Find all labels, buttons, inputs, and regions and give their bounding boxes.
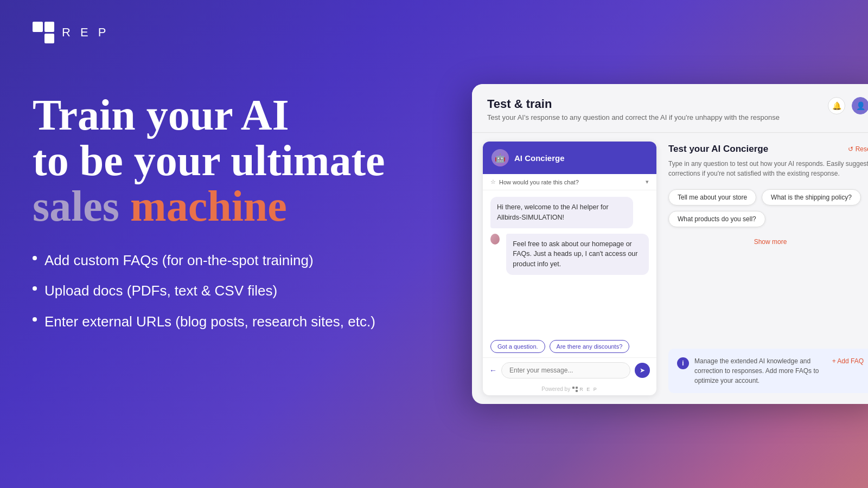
- chat-agent-name: AI Concierge: [514, 153, 565, 163]
- ai-test-section: Test your AI Concierge ↺ Reset Type in a…: [656, 133, 868, 404]
- panel-title: Test & train: [487, 97, 780, 111]
- notification-icon-btn[interactable]: 🔔: [828, 97, 845, 114]
- panel-subtitle: Test your AI's response to any question …: [487, 113, 780, 121]
- headline-machine: machine: [130, 182, 287, 230]
- show-more-link[interactable]: Show more: [668, 238, 868, 246]
- logo-text: R E P: [62, 25, 109, 40]
- chat-avatar: 🤖: [492, 149, 509, 166]
- user-avatar: [490, 234, 500, 245]
- panel-header: Test & train Test your AI's response to …: [472, 84, 868, 133]
- chat-message-2-row: Feel free to ask about our homepage or F…: [490, 234, 649, 275]
- chat-input[interactable]: [501, 362, 630, 378]
- rating-label: How would you rate this chat?: [499, 179, 579, 185]
- headline-line1: Train your AI: [33, 91, 289, 139]
- bullet-item-3: Enter external URLs (blog posts, researc…: [33, 312, 401, 331]
- quick-btn-1[interactable]: Got a question.: [490, 340, 545, 353]
- suggestion-chips: Tell me about your store What is the shi…: [668, 189, 868, 227]
- bullet-item-2: Upload docs (PDFs, text & CSV files): [33, 281, 401, 300]
- chip-products[interactable]: What products do you sell?: [668, 211, 765, 227]
- quick-btn-2[interactable]: Are there any discounts?: [550, 340, 630, 353]
- reset-button[interactable]: ↺ Reset: [848, 145, 868, 153]
- chat-section: 🤖 AI Concierge ☆ How would you rate this…: [483, 142, 656, 395]
- panel-icons: 🔔 👤: [828, 97, 868, 114]
- star-icon: ☆: [490, 178, 496, 185]
- reset-icon: ↺: [848, 145, 853, 153]
- send-button[interactable]: ➤: [635, 363, 650, 378]
- powered-by-footer: Powered by R E P: [483, 383, 656, 395]
- chat-messages: Hi there, welcome to the AI helper for A…: [483, 190, 656, 336]
- svg-rect-2: [576, 390, 578, 392]
- logo-area: R E P: [33, 22, 109, 43]
- bullet-dot-1: [33, 256, 37, 260]
- chevron-down-icon: ▾: [646, 178, 649, 185]
- svg-rect-1: [576, 387, 578, 389]
- logo-icon: [33, 22, 54, 43]
- avatar-image: 🤖: [492, 149, 509, 166]
- right-panel: Test & train Test your AI's response to …: [472, 84, 868, 404]
- chat-quick-buttons: Got a question. Are there any discounts?: [483, 336, 656, 357]
- ai-test-footer: i Manage the extended AI knowledge and c…: [668, 349, 868, 393]
- chat-message-1: Hi there, welcome to the AI helper for A…: [490, 197, 633, 228]
- headline-line2: to be your ultimate: [33, 137, 385, 184]
- back-arrow-icon[interactable]: ←: [489, 366, 497, 375]
- left-content: Train your AI to be your ultimate sales …: [33, 92, 401, 331]
- panel-header-text: Test & train Test your AI's response to …: [487, 97, 780, 121]
- bullet-dot-2: [33, 286, 37, 291]
- footer-text: Manage the extended AI knowledge and cor…: [694, 356, 827, 386]
- headline-sales: sales: [33, 182, 119, 230]
- chat-input-area: ← ➤: [483, 357, 656, 383]
- chip-shipping-policy[interactable]: What is the shipping policy?: [762, 189, 861, 206]
- chip-tell-me-store[interactable]: Tell me about your store: [668, 189, 756, 206]
- bullet-item-1: Add custom FAQs (for on-the-spot trainin…: [33, 251, 401, 270]
- powered-by-text: Powered by: [541, 386, 570, 392]
- chat-message-2: Feel free to ask about our homepage or F…: [506, 234, 649, 275]
- svg-rect-0: [572, 387, 575, 389]
- info-icon: i: [677, 357, 689, 369]
- headline: Train your AI to be your ultimate sales …: [33, 92, 401, 229]
- bullet-list: Add custom FAQs (for on-the-spot trainin…: [33, 251, 401, 331]
- rep-logo-small: R E P: [572, 387, 598, 392]
- ai-test-header: Test your AI Concierge ↺ Reset: [668, 144, 868, 155]
- chat-header: 🤖 AI Concierge: [483, 142, 656, 174]
- ai-test-title: Test your AI Concierge: [668, 144, 768, 155]
- user-icon-btn[interactable]: 👤: [852, 97, 868, 114]
- bullet-dot-3: [33, 317, 37, 322]
- panel-body: 🤖 AI Concierge ☆ How would you rate this…: [472, 133, 868, 404]
- add-faq-button[interactable]: + Add FAQ: [832, 357, 864, 365]
- ai-test-description: Type in any question to test out how you…: [668, 159, 868, 178]
- chat-rating-bar[interactable]: ☆ How would you rate this chat? ▾: [483, 174, 656, 190]
- rep-text-small: R E P: [579, 387, 598, 392]
